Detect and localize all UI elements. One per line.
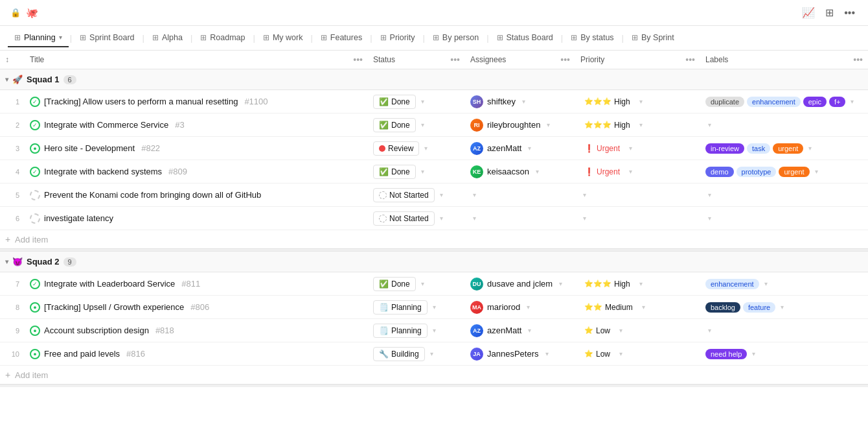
tab-roadmap[interactable]: ⊞ Roadmap [194, 29, 251, 47]
priority-dropdown-icon[interactable]: ▾ [583, 215, 586, 222]
priority-dropdown-icon[interactable]: ▾ [583, 191, 586, 198]
priority-dropdown-icon[interactable]: ▾ [619, 350, 622, 357]
status-badge-not-started[interactable]: Not Started [373, 211, 435, 226]
status-cell-6[interactable]: Not Started ▾ [368, 207, 465, 230]
priority-cell-9[interactable]: ⭐ Low ▾ [575, 319, 700, 342]
task-title[interactable]: Integrate with Leaderboard Service [44, 279, 175, 289]
labels-dropdown-icon[interactable]: ▾ [764, 280, 768, 287]
assignee-cell-8[interactable]: MA mariorod ▾ [465, 296, 575, 319]
priority-cell-1[interactable]: ⭐⭐⭐ High ▾ [575, 90, 700, 113]
status-cell-5[interactable]: Not Started ▾ [368, 184, 465, 207]
labels-dropdown-icon[interactable]: ▾ [851, 98, 854, 105]
priority-cell-2[interactable]: ⭐⭐⭐ High ▾ [575, 113, 700, 137]
status-cell-10[interactable]: 🔧 Building ▾ [368, 342, 465, 366]
task-title[interactable]: [Tracking] Allow users to perform a manu… [44, 97, 238, 106]
status-dropdown-icon[interactable]: ▾ [433, 303, 436, 311]
priority-badge-urgent[interactable]: ❗ Urgent [580, 166, 624, 178]
status-badge-done[interactable]: ✅ Done [373, 165, 416, 179]
status-badge-done[interactable]: ✅ Done [373, 118, 416, 132]
assignee-cell-3[interactable]: AZ azenMatt ▾ [465, 137, 575, 160]
add-item-label[interactable]: Add item [15, 370, 48, 380]
status-cell-3[interactable]: Review ▾ [368, 137, 465, 160]
task-title[interactable]: Free and paid levels [44, 349, 120, 359]
status-badge-not-started[interactable]: Not Started [373, 188, 435, 202]
assignee-cell-7[interactable]: DU dusave and jclem ▾ [465, 272, 575, 296]
priority-dropdown-icon[interactable]: ▾ [642, 303, 645, 311]
add-item-row-squad2[interactable]: + Add item [0, 366, 868, 385]
tab-my-work[interactable]: ⊞ My work [257, 29, 310, 47]
status-dropdown-icon[interactable]: ▾ [424, 145, 428, 152]
labels-dropdown-icon[interactable]: ▾ [808, 145, 812, 152]
labels-dropdown-icon[interactable]: ▾ [708, 121, 711, 128]
assignee-cell-2[interactable]: RI rileybroughten ▾ [465, 113, 575, 137]
tab-by-status[interactable]: ⊞ By status [564, 29, 620, 47]
status-dropdown-icon[interactable]: ▾ [421, 98, 424, 105]
tab-alpha[interactable]: ⊞ Alpha [146, 29, 189, 47]
assignee-dropdown-icon[interactable]: ▾ [547, 121, 550, 128]
assignee-dropdown-icon[interactable]: ▾ [527, 303, 530, 311]
assignee-dropdown-icon[interactable]: ▾ [536, 168, 539, 175]
priority-badge[interactable]: ⭐ Low [580, 325, 614, 337]
sort-header[interactable]: ↕ [0, 51, 25, 69]
priority-dropdown-icon[interactable]: ▾ [619, 327, 622, 334]
labels-header[interactable]: Labels ••• [700, 51, 868, 69]
priority-cell-10[interactable]: ⭐ Low ▾ [575, 342, 700, 366]
priority-badge[interactable]: ⭐⭐ Medium [580, 302, 637, 313]
add-item-label[interactable]: Add item [15, 235, 48, 244]
assignee-dropdown-icon[interactable]: ▾ [559, 280, 562, 287]
add-item-row-squad1[interactable]: + Add item [0, 230, 868, 249]
labels-dropdown-icon[interactable]: ▾ [752, 350, 755, 357]
title-header[interactable]: Title ••• [25, 51, 368, 69]
status-header[interactable]: Status ••• [368, 51, 465, 69]
status-dropdown-icon[interactable]: ▾ [421, 121, 424, 128]
priority-badge-urgent[interactable]: ❗ Urgent [580, 143, 624, 154]
priority-badge[interactable]: ⭐ Low [580, 348, 614, 360]
priority-badge[interactable]: ⭐⭐⭐ High [580, 96, 634, 108]
priority-dropdown-icon[interactable]: ▾ [629, 145, 632, 152]
tab-by-sprint[interactable]: ⊞ By Sprint [625, 29, 681, 47]
group-chevron-squad2[interactable]: ▾ [5, 258, 8, 265]
priority-dropdown-icon[interactable]: ▾ [639, 280, 643, 287]
task-title[interactable]: investigate latency [44, 213, 113, 223]
priority-dropdown-icon[interactable]: ▾ [629, 168, 632, 175]
labels-dropdown-icon[interactable]: ▾ [708, 215, 711, 222]
status-cell-1[interactable]: ✅ Done ▾ [368, 90, 465, 113]
assignees-header[interactable]: Assignees ••• [465, 51, 575, 69]
tab-features[interactable]: ⊞ Features [314, 29, 369, 47]
task-title[interactable]: Integrate with Commerce Service [44, 120, 168, 130]
assignee-cell-1[interactable]: SH shiftkey ▾ [465, 90, 575, 113]
labels-dropdown-icon[interactable]: ▾ [708, 191, 711, 198]
assignee-dropdown-icon[interactable]: ▾ [528, 327, 531, 334]
status-badge-building[interactable]: 🔧 Building [373, 347, 425, 361]
priority-dropdown-icon[interactable]: ▾ [639, 121, 643, 128]
status-dropdown-icon[interactable]: ▾ [440, 215, 443, 222]
priority-more-icon[interactable]: ••• [685, 54, 695, 65]
status-cell-2[interactable]: ✅ Done ▾ [368, 113, 465, 137]
status-badge-planning[interactable]: 🗒️ Planning [373, 300, 428, 315]
priority-cell-7[interactable]: ⭐⭐⭐ High ▾ [575, 272, 700, 296]
labels-more-icon[interactable]: ••• [853, 54, 863, 65]
tab-priority[interactable]: ⊞ Priority [374, 29, 422, 47]
status-badge-review[interactable]: Review [373, 141, 419, 156]
priority-cell-5[interactable]: ▾ [575, 184, 700, 207]
status-cell-4[interactable]: ✅ Done ▾ [368, 160, 465, 184]
priority-header[interactable]: Priority ••• [575, 51, 700, 69]
status-dropdown-icon[interactable]: ▾ [433, 327, 436, 334]
more-button[interactable]: ••• [841, 5, 858, 21]
assignee-dropdown-icon[interactable]: ▾ [473, 215, 476, 222]
task-title[interactable]: Account subscription design [44, 326, 149, 335]
assignee-cell-5[interactable]: ▾ [465, 184, 575, 207]
priority-cell-6[interactable]: ▾ [575, 207, 700, 230]
status-more-icon[interactable]: ••• [450, 54, 460, 65]
task-title[interactable]: [Tracking] Upsell / Growth experience [44, 302, 184, 312]
assignee-dropdown-icon[interactable]: ▾ [522, 98, 525, 105]
task-title[interactable]: Hero site - Development [44, 143, 135, 153]
tab-planning[interactable]: ⊞ Planning ▾ [8, 29, 69, 47]
title-more-icon[interactable]: ••• [353, 54, 363, 65]
priority-dropdown-icon[interactable]: ▾ [639, 98, 643, 105]
labels-dropdown-icon[interactable]: ▾ [781, 303, 784, 311]
tab-status-board[interactable]: ⊞ Status Board [490, 29, 560, 47]
assignee-dropdown-icon[interactable]: ▾ [545, 350, 549, 357]
status-dropdown-icon[interactable]: ▾ [421, 168, 424, 175]
priority-cell-3[interactable]: ❗ Urgent ▾ [575, 137, 700, 160]
